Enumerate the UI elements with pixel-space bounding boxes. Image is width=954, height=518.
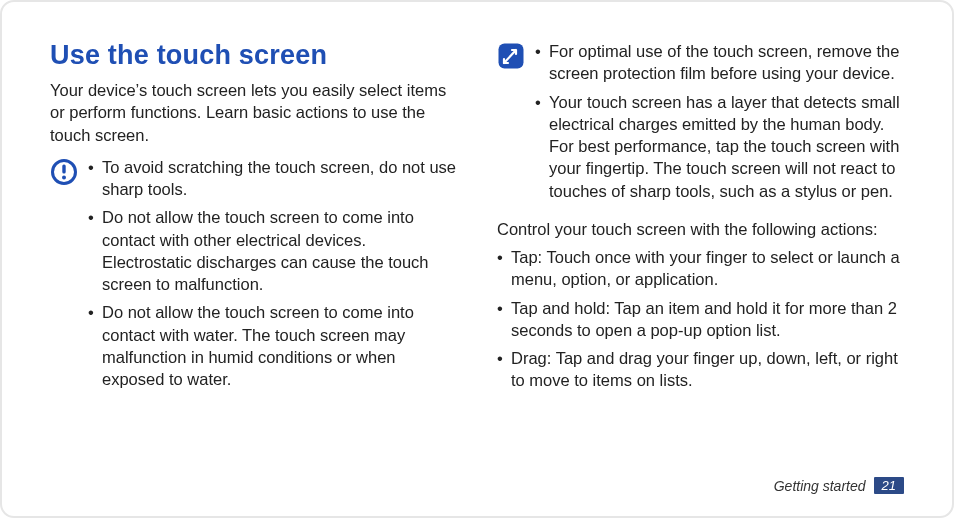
caution-list: To avoid scratching the touch screen, do… (88, 156, 457, 397)
actions-intro: Control your touch screen with the follo… (497, 218, 904, 240)
list-item: Drag: Tap and drag your finger up, down,… (497, 347, 904, 392)
tip-list: For optimal use of the touch screen, rem… (535, 40, 904, 208)
caution-block: To avoid scratching the touch screen, do… (50, 156, 457, 397)
list-item: For optimal use of the touch screen, rem… (535, 40, 904, 85)
page-footer: Getting started 21 (774, 477, 904, 494)
section-title: Use the touch screen (50, 40, 457, 71)
list-item: Tap and hold: Tap an item and hold it fo… (497, 297, 904, 342)
list-item: To avoid scratching the touch screen, do… (88, 156, 457, 201)
list-item: Do not allow the touch screen to come in… (88, 301, 457, 390)
tip-icon (497, 42, 525, 70)
footer-page-number: 21 (874, 477, 904, 494)
columns: Use the touch screen Your device’s touch… (50, 40, 904, 406)
left-column: Use the touch screen Your device’s touch… (50, 40, 457, 406)
list-item: Your touch screen has a layer that detec… (535, 91, 904, 202)
list-item: Do not allow the touch screen to come in… (88, 206, 457, 295)
intro-paragraph: Your device’s touch screen lets you easi… (50, 79, 457, 146)
list-item: Tap: Touch once with your finger to sele… (497, 246, 904, 291)
svg-point-2 (62, 175, 66, 179)
svg-rect-1 (62, 164, 65, 173)
right-column: For optimal use of the touch screen, rem… (497, 40, 904, 406)
tip-block: For optimal use of the touch screen, rem… (497, 40, 904, 208)
page: Use the touch screen Your device’s touch… (0, 0, 954, 518)
actions-list: Tap: Touch once with your finger to sele… (497, 246, 904, 392)
caution-icon (50, 158, 78, 186)
footer-section-name: Getting started (774, 478, 866, 494)
